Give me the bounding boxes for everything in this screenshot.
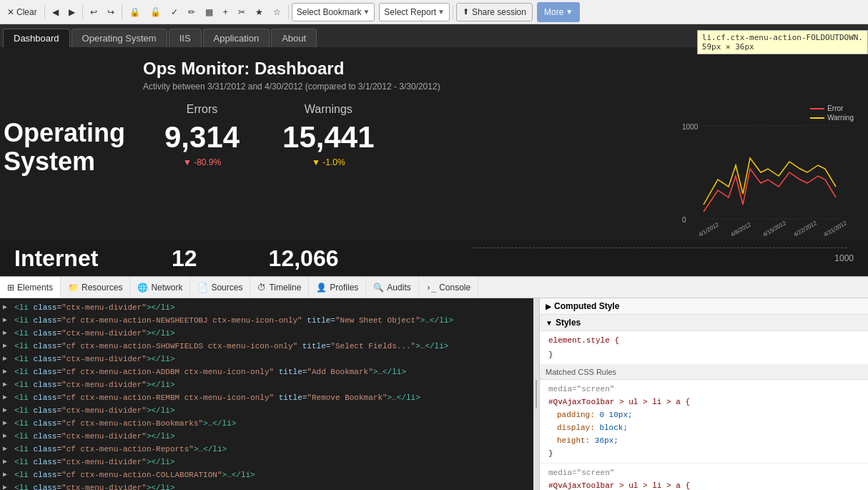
- warnings-arrow: ▼: [312, 157, 320, 167]
- svg-text:4/31/2012: 4/31/2012: [823, 220, 847, 238]
- css-rule-1: media="screen" #QvAjaxToolbar > ul > li …: [540, 380, 868, 464]
- element-style-rule: element.style { }: [540, 331, 868, 365]
- sidebar-label-line2: System: [4, 147, 125, 176]
- star2-icon: ☆: [273, 7, 281, 17]
- separator-4: [288, 5, 289, 19]
- tab-about[interactable]: About: [271, 29, 317, 47]
- expand-icon[interactable]: ▶: [3, 353, 7, 365]
- report-label: Select Report: [384, 7, 436, 17]
- errors-change-value: -80.9%: [194, 157, 221, 167]
- expand-icon[interactable]: ▶: [3, 315, 7, 326]
- tab-application[interactable]: Application: [203, 29, 270, 47]
- tab-timeline[interactable]: ⏱ Timeline: [250, 277, 309, 298]
- bottom-errors-value: 12: [172, 245, 197, 272]
- errors-arrow: ▼: [183, 157, 192, 167]
- tab-iis[interactable]: IIS: [169, 29, 202, 47]
- devtools-tab-bar: ⊞ Elements 📁 Resources 🌐 Network 📄 Sourc…: [0, 277, 868, 298]
- profiles-label: Profiles: [330, 283, 358, 293]
- back-icon: ◀: [52, 7, 59, 17]
- svg-text:4/8/2012: 4/8/2012: [730, 221, 753, 238]
- css-close-1: }: [548, 449, 553, 458]
- code-line-5: ▶ <li class="ctx-menu-divider"></li>: [0, 353, 533, 366]
- warnings-change-value: -1.0%: [322, 157, 345, 167]
- tab-audits[interactable]: 🔍 Audits: [366, 277, 418, 298]
- expand-icon[interactable]: ▶: [3, 340, 7, 352]
- star2-button[interactable]: ☆: [269, 2, 285, 22]
- bottom-chart-y: 1000: [834, 253, 854, 263]
- expand-icon[interactable]: ▶: [3, 469, 7, 481]
- expand-icon[interactable]: ▶: [3, 444, 7, 455]
- expand-icon[interactable]: ▶: [3, 431, 7, 442]
- lock-button[interactable]: 🔒: [125, 2, 144, 22]
- star-button[interactable]: ★: [251, 2, 267, 22]
- css-rule-2: media="screen" #QvAjaxToolbar > ul > li …: [540, 464, 868, 490]
- tab-elements[interactable]: ⊞ Elements: [0, 277, 61, 298]
- timeline-icon: ⏱: [257, 283, 266, 293]
- svg-text:4/15/2012: 4/15/2012: [762, 220, 788, 238]
- share-session-button[interactable]: ⬆ Share session: [456, 3, 533, 21]
- clear-icon: ✕: [7, 7, 14, 17]
- dashboard-title: Ops Monitor: Dashboard: [143, 59, 854, 79]
- expand-icon[interactable]: ▶: [3, 366, 7, 378]
- computed-style-header[interactable]: ▶ Computed Style: [540, 298, 868, 315]
- css-value-height-1: 36px;: [595, 436, 618, 445]
- scissors-button[interactable]: ✂: [234, 2, 250, 22]
- redo-button[interactable]: ↪: [103, 2, 119, 22]
- tab-operating-system[interactable]: Operating System: [71, 29, 167, 47]
- more-arrow-icon: ▼: [566, 8, 573, 16]
- errors-label: Errors: [164, 103, 240, 116]
- code-line-14: ▶ <li class="cf ctx-menu-action-COLLABOR…: [0, 469, 533, 481]
- expand-icon[interactable]: ▶: [3, 379, 7, 391]
- styles-arrow-icon: ▼: [546, 319, 553, 327]
- svg-text:1000: 1000: [682, 123, 699, 131]
- expand-icon[interactable]: ▶: [3, 328, 7, 339]
- undo-button[interactable]: ↩: [86, 2, 102, 22]
- select-bookmark-dropdown[interactable]: Select Bookmark ▼: [292, 3, 375, 21]
- warnings-metric: Warnings 15,441 ▼ -1.0%: [261, 103, 395, 167]
- sidebar-label-line1: Operating: [4, 119, 125, 147]
- check-button[interactable]: ✓: [167, 2, 182, 22]
- tab-network[interactable]: 🌐 Network: [130, 277, 190, 298]
- pencil-icon: ✏: [188, 7, 195, 17]
- forward-button[interactable]: ▶: [64, 2, 79, 22]
- tab-profiles[interactable]: 👤 Profiles: [309, 277, 366, 298]
- expand-icon[interactable]: ▶: [3, 302, 7, 313]
- tooltip-text1: li.cf.ctx-menu-action-FOLDOUTDOWN.: [702, 33, 863, 42]
- console-label: Console: [439, 283, 470, 293]
- warnings-label: Warnings: [282, 103, 374, 116]
- expand-icon[interactable]: ▶: [3, 482, 7, 490]
- clear-button[interactable]: ✕ Clear: [3, 2, 41, 22]
- select-report-dropdown[interactable]: Select Report ▼: [379, 3, 450, 21]
- clear-label: Clear: [16, 7, 37, 17]
- legend-error: Error: [810, 104, 854, 112]
- code-line-11: ▶ <li class="ctx-menu-divider"></li>: [0, 430, 533, 443]
- back-button[interactable]: ◀: [48, 2, 63, 22]
- code-line-12: ▶ <li class="cf ctx-menu-action-Reports"…: [0, 443, 533, 456]
- audits-icon: 🔍: [373, 283, 384, 293]
- tab-console[interactable]: ›_ Console: [419, 277, 478, 298]
- expand-icon[interactable]: ▶: [3, 405, 7, 416]
- svg-text:4/1/2012: 4/1/2012: [698, 221, 721, 238]
- expand-icon[interactable]: ▶: [3, 418, 7, 429]
- styles-header[interactable]: ▼ Styles: [540, 315, 868, 331]
- star-icon: ★: [255, 7, 263, 17]
- unlock-button[interactable]: 🔓: [146, 2, 165, 22]
- expand-icon[interactable]: ▶: [3, 456, 7, 468]
- expand-icon[interactable]: ▶: [3, 392, 7, 403]
- more-button[interactable]: More ▼: [537, 2, 580, 22]
- media-attr-1: media="screen": [548, 385, 614, 393]
- svg-text:4/22/2012: 4/22/2012: [793, 220, 819, 238]
- bottom-warnings-value: 12,066: [269, 245, 339, 272]
- pencil-button[interactable]: ✏: [184, 2, 199, 22]
- tab-resources[interactable]: 📁 Resources: [61, 277, 130, 298]
- resources-icon: 📁: [68, 283, 79, 293]
- tab-sources[interactable]: 📄 Sources: [190, 277, 250, 298]
- resize-handle[interactable]: [533, 298, 539, 490]
- tab-dashboard[interactable]: Dashboard: [3, 29, 70, 47]
- chart-button[interactable]: ▦: [201, 2, 217, 22]
- plus-button[interactable]: +: [219, 2, 232, 22]
- sidebar-category-label: Operating System: [4, 119, 125, 175]
- errors-change: ▼ -80.9%: [164, 157, 240, 167]
- plus-icon: +: [223, 7, 228, 17]
- bottom-category-label: Internet: [14, 245, 143, 272]
